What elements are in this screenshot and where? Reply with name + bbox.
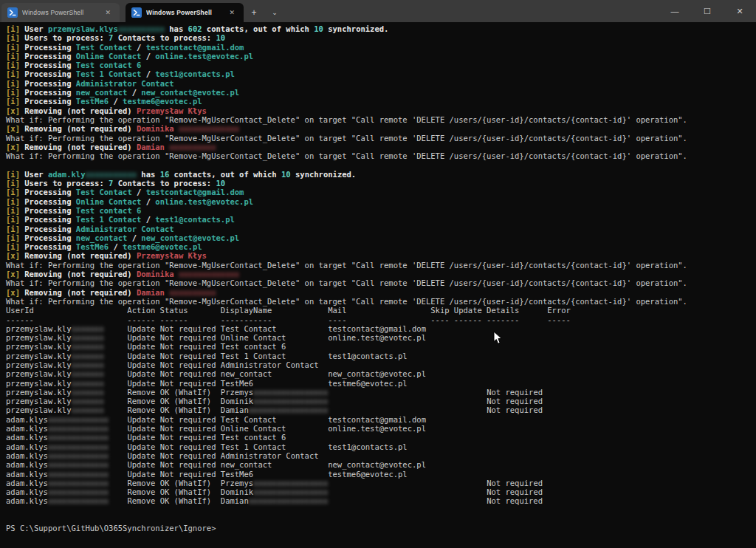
terminal-line: [i] Processing Test 1 Contact / test1@co…: [6, 69, 756, 78]
terminal-line: [i] User przemyslaw.klysxxxxxxxxxx has 6…: [6, 24, 756, 33]
terminal-line: przemyslaw.klysxxxxxx Update Not require…: [6, 324, 756, 333]
terminal-line: [x] Removing (not required) Dominika xxx…: [6, 124, 756, 133]
tab-close-icon[interactable]: ✕: [226, 7, 238, 18]
terminal-line: przemyslaw.klysxxxxxx Update Not require…: [6, 360, 756, 369]
terminal-line: adam.klysxxxxxxxxxxxxx Remove OK (WhatIf…: [6, 487, 756, 496]
terminal-line: UserId Action Status DisplayName Mail Sk…: [6, 306, 756, 315]
terminal-line: przemyslaw.klysxxxxxx Update Not require…: [6, 342, 756, 351]
terminal-line: What if: Performing the operation "Remov…: [6, 278, 756, 287]
terminal-line: [i] Processing Test contact 6: [6, 206, 756, 215]
terminal-line: What if: Performing the operation "Remov…: [6, 261, 756, 270]
terminal-line: adam.klysxxxxxxxxxxxxx Remove OK (WhatIf…: [6, 479, 756, 487]
tab-title: Windows PowerShell: [22, 9, 97, 16]
terminal-line: [x] Removing (not required) Damian xxxxx…: [6, 288, 756, 297]
terminal-line: przemyslaw.klysxxxxxx Update Not require…: [6, 352, 756, 360]
terminal-line: przemyslaw.klysxxxxxx Remove OK (WhatIf)…: [6, 405, 756, 414]
close-button[interactable]: ✕: [724, 0, 756, 22]
maximize-button[interactable]: ☐: [691, 0, 724, 22]
terminal-line: [6, 515, 756, 524]
terminal-line: [6, 160, 756, 169]
powershell-icon: [131, 7, 142, 18]
terminal-line: [i] Processing Test Contact / testcontac…: [6, 188, 756, 196]
terminal-line: adam.klysxxxxxxxxxxxxx Update Not requir…: [6, 415, 756, 424]
terminal-line: [x] Removing (not required) Przemysław K…: [6, 251, 756, 260]
terminal-line: [6, 506, 756, 515]
new-tab-button[interactable]: +: [244, 3, 264, 22]
terminal-line: [x] Removing (not required) Damian xxxxx…: [6, 143, 756, 151]
terminal-line: adam.klysxxxxxxxxxxxxx Update Not requir…: [6, 433, 756, 442]
terminal-line: What if: Performing the operation "Remov…: [6, 115, 756, 124]
tab-close-icon[interactable]: ✕: [102, 7, 114, 18]
terminal-line: adam.klysxxxxxxxxxxxxx Update Not requir…: [6, 451, 756, 460]
minimize-button[interactable]: —: [659, 0, 691, 22]
terminal-line: przemyslaw.klysxxxxxx Remove OK (WhatIf)…: [6, 388, 756, 397]
terminal-window: Windows PowerShell ✕ Windows PowerShell …: [0, 0, 756, 548]
terminal-line: [x] Removing (not required) Dominika xxx…: [6, 270, 756, 278]
terminal-line: [i] Processing Online Contact / online.t…: [6, 52, 756, 61]
powershell-icon: [7, 7, 18, 18]
terminal-line: przemyslaw.klysxxxxxx Update Not require…: [6, 369, 756, 378]
tab-title: Windows PowerShell: [146, 9, 221, 16]
terminal-output[interactable]: [i] User przemyslaw.klysxxxxxxxxxx has 6…: [0, 22, 756, 548]
terminal-line: What if: Performing the operation "Remov…: [6, 151, 756, 160]
terminal-line: [i] Processing Online Contact / online.t…: [6, 197, 756, 206]
terminal-line: adam.klysxxxxxxxxxxxxx Remove OK (WhatIf…: [6, 496, 756, 505]
terminal-line: [i] Processing new_contact / new_contact…: [6, 233, 756, 242]
tab-bar: Windows PowerShell ✕ Windows PowerShell …: [0, 0, 756, 22]
tab-dropdown-button[interactable]: ⌄: [264, 3, 285, 22]
terminal-line: adam.klysxxxxxxxxxxxxx Update Not requir…: [6, 460, 756, 469]
terminal-line: [i] Processing Test Contact / testcontac…: [6, 43, 756, 52]
terminal-line: What if: Performing the operation "Remov…: [6, 297, 756, 306]
terminal-line: [i] Users to process: 7 Contacts to proc…: [6, 179, 756, 188]
terminal-line: adam.klysxxxxxxxxxxxxx Update Not requir…: [6, 424, 756, 433]
tab-windows-powershell-2[interactable]: Windows PowerShell ✕: [126, 3, 244, 22]
terminal-line: ------ ------ ------ ----------- ---- --…: [6, 315, 756, 324]
terminal-line: przemyslaw.klysxxxxxx Update Not require…: [6, 379, 756, 388]
terminal-line: [i] Processing Administrator Contact: [6, 79, 756, 88]
terminal-line: [i] Processing TestMe6 / testme6@evotec.…: [6, 97, 756, 106]
terminal-line: adam.klysxxxxxxxxxxxxx Update Not requir…: [6, 470, 756, 479]
terminal-line: [i] Processing new_contact / new_contact…: [6, 88, 756, 97]
terminal-line: [i] Users to process: 7 Contacts to proc…: [6, 33, 756, 42]
terminal-line: [i] Processing Administrator Contact: [6, 225, 756, 233]
terminal-line: przemyslaw.klysxxxxxx Remove OK (WhatIf)…: [6, 397, 756, 405]
terminal-line: [x] Removing (not required) Przemysław K…: [6, 106, 756, 115]
terminal-line: [i] User adam.klyxxxxxxxxxxx has 16 cont…: [6, 170, 756, 179]
terminal-line: [i] Processing Test 1 Contact / test1@co…: [6, 215, 756, 224]
terminal-line: [i] Processing TestMe6 / testme6@evotec.…: [6, 242, 756, 251]
terminal-line: adam.klysxxxxxxxxxxxxx Update Not requir…: [6, 442, 756, 451]
terminal-line: PS C:\Support\GitHub\O365Synchronizer\Ig…: [6, 524, 756, 532]
terminal-line: przemyslaw.klysxxxxxx Update Not require…: [6, 333, 756, 342]
tab-windows-powershell-1[interactable]: Windows PowerShell ✕: [1, 3, 120, 22]
terminal-line: [i] Processing Test contact 6: [6, 61, 756, 69]
terminal-line: What if: Performing the operation "Remov…: [6, 134, 756, 143]
